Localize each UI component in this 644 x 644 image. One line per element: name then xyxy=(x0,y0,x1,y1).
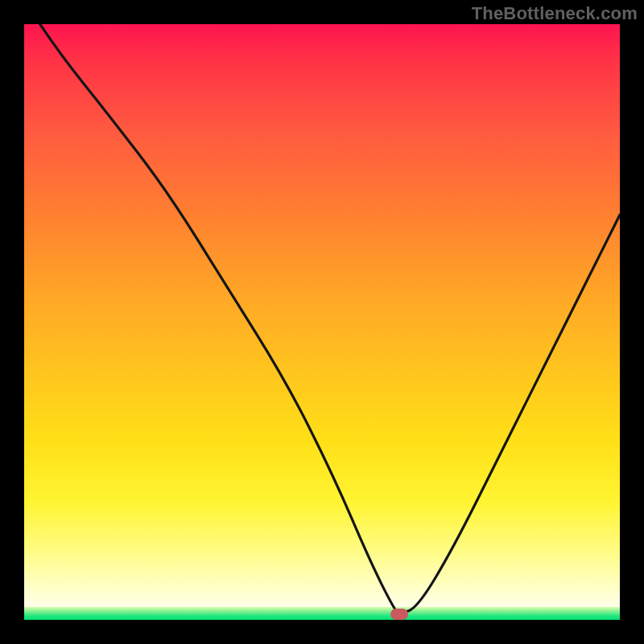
bottleneck-curve xyxy=(24,24,620,620)
watermark-text: TheBottleneck.com xyxy=(472,3,638,24)
plot-area xyxy=(24,24,620,620)
chart-frame: TheBottleneck.com xyxy=(0,0,644,644)
optimal-marker xyxy=(390,609,408,620)
